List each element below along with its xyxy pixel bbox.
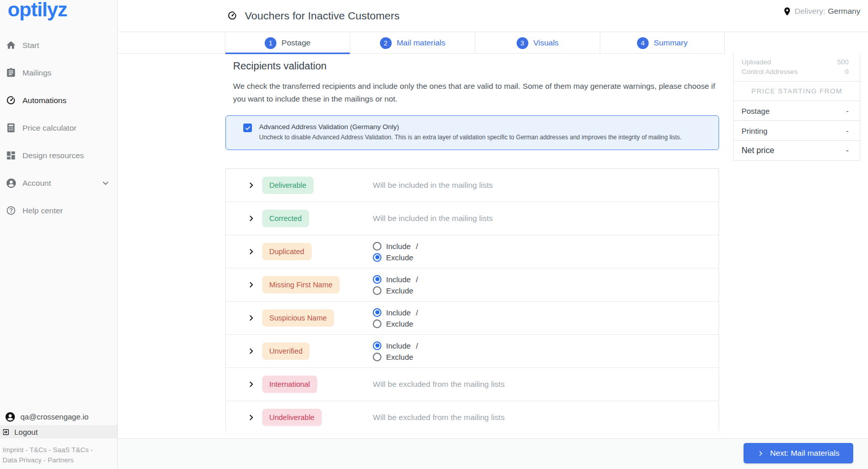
sidebar-item-mailings[interactable]: Mailings: [0, 59, 117, 87]
category-status: Will be excluded from the mailing lists: [373, 413, 504, 422]
category-badge: Suspicious Name: [262, 309, 334, 327]
category-status: Will be included in the mailing lists: [373, 181, 493, 190]
tab-mail-materials[interactable]: 2 Mail materials: [350, 32, 475, 54]
tab-label: Postage: [282, 38, 311, 47]
category-badge: Duplicated: [262, 243, 312, 260]
legal-line-2[interactable]: Data Privacy - Partners: [3, 455, 93, 465]
include-radio-label: Include: [386, 275, 411, 284]
next-step-button[interactable]: Next: Mail materials: [744, 443, 853, 463]
logout-button[interactable]: Logout: [0, 425, 117, 438]
sidebar-item-start[interactable]: Start: [0, 32, 117, 59]
advanced-validation-label: Advanced Address Validation (Germany Onl…: [259, 123, 682, 131]
exclude-radio-button[interactable]: [373, 286, 381, 295]
sidebar-item-price-calculator[interactable]: Price calculator: [0, 114, 117, 142]
tab-postage[interactable]: 1 Postage: [225, 32, 350, 54]
advanced-validation-description: Uncheck to disable Advanced Address Vali…: [259, 134, 682, 141]
delivery-indicator: Delivery: Germany: [782, 0, 860, 22]
price-rows: Postage - Printing - Net price -: [734, 101, 860, 160]
page-title: Vouchers for Inactive Customers: [245, 10, 399, 22]
validation-category-list: Deliverable Will be included in the mail…: [225, 168, 719, 434]
sidebar-item-account[interactable]: Account: [0, 169, 117, 197]
exclude-radio-button[interactable]: [373, 353, 381, 361]
status-text: Will be included in the mailing lists: [373, 181, 493, 189]
stat-value: 500: [837, 57, 849, 67]
tab-visuals[interactable]: 3 Visuals: [475, 32, 600, 54]
title-wrap: Vouchers for Inactive Customers: [227, 0, 399, 32]
exclude-radio-button[interactable]: [373, 253, 381, 262]
user-account-row[interactable]: qa@crossengage.io: [0, 408, 117, 425]
include-radio-option[interactable]: Include/: [373, 340, 418, 351]
advanced-validation-checkbox[interactable]: [243, 124, 252, 132]
sidebar-item-design-resources[interactable]: Design resources: [0, 142, 117, 169]
tab-label: Mail materials: [397, 38, 446, 47]
include-radio-option[interactable]: Include/: [373, 274, 418, 284]
exclude-radio-option[interactable]: Exclude: [373, 285, 418, 295]
category-badge: Missing First Name: [262, 276, 340, 293]
home-icon: [6, 40, 17, 51]
tab-summary[interactable]: 4 Summary: [600, 32, 725, 54]
include-radio-option[interactable]: Include/: [373, 307, 418, 317]
automation-timer-icon: [227, 10, 239, 22]
validation-row-missing-first-name: Missing First Name Include/Exclude: [226, 268, 719, 302]
expand-chevron-icon[interactable]: [247, 381, 255, 388]
advanced-validation-box: Advanced Address Validation (Germany Onl…: [225, 115, 719, 150]
location-pin-icon: [782, 7, 792, 16]
exclude-radio-option[interactable]: Exclude: [373, 352, 418, 362]
expand-chevron-icon[interactable]: [247, 281, 255, 289]
price-header: PRICE STARTING FROM: [734, 81, 860, 101]
include-radio-button[interactable]: [373, 242, 381, 251]
price-value: -: [846, 146, 849, 155]
category-badge: Undeliverable: [262, 409, 322, 426]
logout-icon: [2, 428, 10, 436]
tab-number-badge: 3: [517, 37, 528, 49]
sidebar-nav: Start Mailings Automations Price calcula…: [0, 32, 117, 225]
expand-chevron-icon[interactable]: [247, 314, 255, 322]
price-label: Postage: [742, 107, 770, 115]
exclude-radio-option[interactable]: Exclude: [373, 318, 418, 329]
optilyz-logo[interactable]: optilyz: [8, 0, 67, 21]
account-icon: [6, 178, 17, 189]
design-resources-icon: [6, 150, 17, 161]
include-radio-label: Include: [386, 242, 411, 251]
exclude-radio-option[interactable]: Exclude: [373, 252, 418, 262]
mailings-icon: [6, 67, 17, 79]
price-value: -: [846, 127, 849, 135]
header: Vouchers for Inactive Customers Delivery…: [118, 0, 868, 32]
sidebar-item-automations[interactable]: Automations: [0, 87, 117, 114]
logout-label: Logout: [14, 428, 38, 436]
tab-number-badge: 2: [380, 37, 392, 49]
sidebar-item-help-center[interactable]: Help center: [0, 197, 117, 225]
legal-links[interactable]: Imprint - T&Cs - SaaS T&Cs - Data Privac…: [3, 445, 93, 465]
include-radio-button[interactable]: [373, 308, 381, 317]
include-radio-option[interactable]: Include/: [373, 241, 418, 251]
user-email: qa@crossengage.io: [20, 412, 89, 421]
tab-number-badge: 4: [637, 37, 649, 49]
stat-label: Control Addresses: [742, 67, 798, 77]
price-row-postage: Postage -: [734, 101, 860, 121]
option-separator: /: [416, 308, 418, 317]
include-exclude-radio-group: Include/Exclude: [373, 241, 418, 262]
option-separator: /: [416, 275, 418, 284]
delivery-label: Delivery:: [795, 7, 825, 16]
step-tabbar: 1 Postage 2 Mail materials 3 Visuals 4 S…: [118, 32, 725, 54]
include-radio-button[interactable]: [373, 275, 381, 284]
expand-chevron-icon[interactable]: [247, 215, 255, 223]
category-status: Will be excluded from the mailing lists: [373, 380, 504, 389]
status-text: Will be included in the mailing lists: [373, 214, 493, 223]
sidebar: optilyz Start Mailings Automations Price…: [0, 0, 118, 469]
expand-chevron-icon[interactable]: [247, 348, 255, 355]
validation-row-suspicious-name: Suspicious Name Include/Exclude: [226, 302, 719, 335]
option-separator: /: [416, 242, 418, 251]
legal-line-1[interactable]: Imprint - T&Cs - SaaS T&Cs -: [3, 445, 93, 455]
include-radio-label: Include: [386, 341, 411, 350]
include-radio-button[interactable]: [373, 341, 381, 350]
option-separator: /: [416, 341, 418, 350]
exclude-radio-button[interactable]: [373, 319, 381, 328]
category-badge: Corrected: [262, 210, 309, 227]
expand-chevron-icon[interactable]: [247, 414, 255, 422]
expand-chevron-icon[interactable]: [247, 248, 255, 256]
user-avatar-icon: [5, 411, 15, 422]
advanced-validation-text: Advanced Address Validation (Germany Onl…: [259, 123, 682, 150]
section-description: We check the transferred recipients and …: [233, 80, 718, 105]
expand-chevron-icon[interactable]: [247, 182, 255, 189]
